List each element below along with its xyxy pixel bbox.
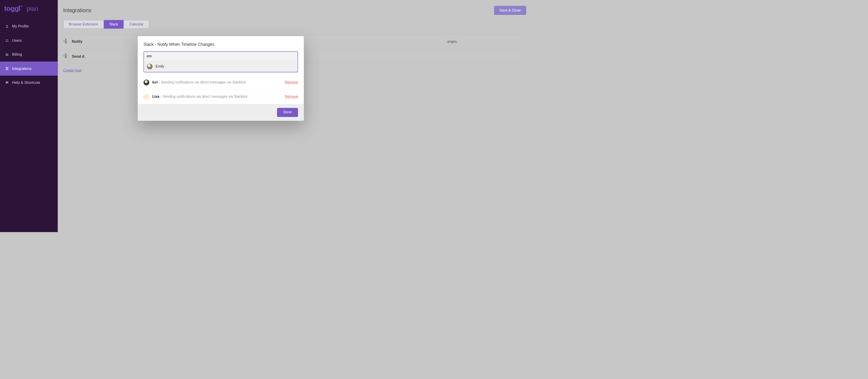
- sidebar-item-users[interactable]: Users: [0, 33, 58, 48]
- user-name: Lisa: [152, 95, 159, 99]
- svg-rect-8: [6, 54, 8, 54]
- svg-point-10: [8, 67, 8, 68]
- svg-point-11: [6, 70, 6, 70]
- avatar: [143, 80, 149, 86]
- sidebar-item-my-profile[interactable]: My Profile: [0, 19, 58, 33]
- svg-rect-7: [6, 54, 8, 56]
- svg-point-3: [21, 6, 22, 7]
- search-result-emily[interactable]: Emily: [144, 61, 297, 72]
- done-button[interactable]: Done: [277, 108, 298, 117]
- billing-icon: [4, 53, 10, 56]
- modal-overlay: Slack - Notify When Timeline Changes Emi…: [58, 0, 532, 232]
- user-search-input[interactable]: [144, 52, 297, 61]
- svg-text:toggl: toggl: [4, 4, 20, 12]
- svg-point-4: [6, 25, 8, 26]
- user-row-iuri: Iuri | Sending notifications via direct …: [143, 75, 298, 90]
- main-content: Integrations Save & Close Browser Extens…: [58, 0, 532, 232]
- svg-point-9: [6, 67, 6, 68]
- svg-point-6: [7, 39, 8, 40]
- sidebar-item-help[interactable]: Help & Shortcuts: [0, 76, 58, 90]
- user-desc: Sending notifications via direct message…: [163, 95, 248, 99]
- svg-text:plan: plan: [26, 5, 38, 12]
- result-name: Emily: [156, 64, 164, 69]
- remove-button[interactable]: Remove: [285, 80, 298, 84]
- svg-point-5: [6, 39, 7, 40]
- svg-point-12: [8, 70, 8, 70]
- nav-label: Billing: [12, 52, 22, 57]
- user-desc: Sending notifications via direct message…: [161, 80, 246, 84]
- nav-label: Users: [12, 38, 22, 42]
- avatar: [147, 63, 153, 69]
- user-row-lisa: Lisa | Sending notifications via direct …: [143, 90, 298, 104]
- user-icon: [4, 24, 10, 28]
- avatar: [143, 94, 149, 100]
- brand-logo[interactable]: toggl plan: [0, 0, 58, 19]
- modal-footer: Done: [138, 104, 304, 121]
- nav-label: Integrations: [12, 67, 32, 71]
- integrations-icon: [4, 67, 10, 71]
- users-icon: [4, 38, 10, 42]
- sidebar-item-integrations[interactable]: Integrations: [0, 61, 58, 76]
- nav-label: My Profile: [12, 24, 29, 29]
- sidebar-item-billing[interactable]: Billing: [0, 48, 58, 62]
- nav-label: Help & Shortcuts: [12, 80, 40, 85]
- help-icon: [4, 81, 10, 84]
- remove-button[interactable]: Remove: [285, 95, 298, 99]
- svg-point-2: [19, 6, 20, 7]
- user-search: Emily: [143, 51, 298, 72]
- slack-notify-modal: Slack - Notify When Timeline Changes Emi…: [138, 36, 304, 121]
- sidebar: toggl plan My Profile Users Billing: [0, 0, 58, 232]
- user-name: Iuri: [152, 80, 158, 84]
- modal-title: Slack - Notify When Timeline Changes: [143, 42, 298, 47]
